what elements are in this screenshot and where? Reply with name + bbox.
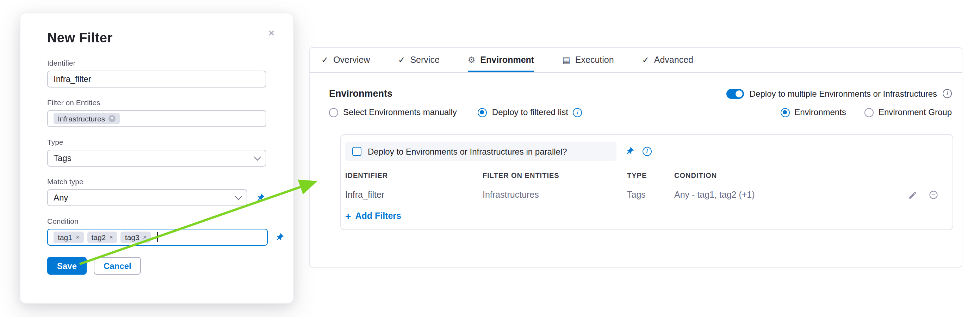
cell-identifier: Infra_filter <box>345 190 483 200</box>
add-filters-button[interactable]: + Add Filters <box>345 211 939 221</box>
save-button[interactable]: Save <box>47 257 87 275</box>
radio-label: Deploy to filtered list <box>492 107 568 117</box>
tab-overview[interactable]: ✓ Overview <box>321 48 370 72</box>
radio-icon[interactable] <box>864 108 873 117</box>
match-type-select[interactable]: Any <box>47 189 247 206</box>
identifier-input[interactable]: Infra_filter <box>47 70 266 88</box>
pin-icon[interactable] <box>275 233 284 242</box>
plus-icon: + <box>345 212 351 220</box>
filters-card: Deploy to Environments or Infrastructure… <box>340 134 953 230</box>
execution-icon: ▤ <box>562 55 570 65</box>
new-filter-modal: × New Filter Identifier Infra_filter Fil… <box>20 13 294 304</box>
toggle-knob <box>735 90 743 97</box>
filters-table: IDENTIFIER FILTER ON ENTITIES TYPE CONDI… <box>345 171 939 200</box>
radio-environment-group[interactable]: Environment Group <box>864 107 952 117</box>
check-icon: ✓ <box>642 55 649 65</box>
chevron-down-icon <box>254 154 261 161</box>
radio-label: Select Environments manually <box>343 107 457 117</box>
tab-label: Advanced <box>654 55 693 65</box>
multi-env-toggle[interactable] <box>726 89 744 98</box>
cell-type: Tags <box>627 190 674 200</box>
environment-icon: ⚙ <box>468 55 476 65</box>
column-header: IDENTIFIER <box>345 171 483 179</box>
entities-label: Filter on Entities <box>47 98 266 107</box>
info-icon[interactable]: i <box>573 108 582 117</box>
chip-label: tag1 <box>58 233 72 242</box>
pipeline-stage-panel: ✓ Overview ✓ Service ⚙ Environment ▤ Exe… <box>309 47 963 267</box>
chip-label: Infrastructures <box>58 114 105 123</box>
chip-remove-icon[interactable]: × <box>108 115 116 122</box>
entities-field-group: Filter on Entities Infrastructures × <box>47 98 266 127</box>
entities-input[interactable]: Infrastructures × <box>47 110 266 127</box>
edit-icon[interactable] <box>908 190 917 199</box>
identifier-field-group: Identifier Infra_filter <box>47 59 266 88</box>
remove-icon[interactable] <box>929 190 939 200</box>
tab-execution[interactable]: ▤ Execution <box>562 48 614 72</box>
text-cursor <box>157 232 158 242</box>
identifier-value: Infra_filter <box>54 74 91 84</box>
radio-icon[interactable] <box>478 108 487 117</box>
cell-entities: Infrastructures <box>483 190 627 200</box>
type-value: Tags <box>54 153 72 163</box>
pin-icon[interactable] <box>256 193 265 202</box>
chip-label: tag2 <box>91 233 106 242</box>
modal-button-row: Save Cancel <box>47 257 266 275</box>
modal-title: New Filter <box>47 30 266 46</box>
radio-select-manually[interactable]: Select Environments manually <box>329 107 457 117</box>
tag-chip[interactable]: tag3 × <box>121 232 151 243</box>
tab-environment[interactable]: ⚙ Environment <box>468 48 534 72</box>
tab-label: Execution <box>575 55 614 65</box>
radio-label: Environments <box>794 107 846 117</box>
tag-chip[interactable]: tag1 × <box>54 232 83 243</box>
environment-tab-content: Environments Deploy to multiple Environm… <box>310 73 962 230</box>
chip-remove-icon[interactable]: × <box>109 234 113 240</box>
match-type-label: Match type <box>47 177 266 186</box>
radio-icon[interactable] <box>329 108 338 117</box>
pin-icon[interactable] <box>625 147 634 156</box>
check-icon: ✓ <box>398 55 405 65</box>
identifier-label: Identifier <box>47 59 266 67</box>
tab-bar: ✓ Overview ✓ Service ⚙ Environment ▤ Exe… <box>310 48 962 73</box>
info-icon[interactable]: i <box>643 147 652 156</box>
tab-service[interactable]: ✓ Service <box>398 48 440 72</box>
chip-remove-icon[interactable]: × <box>76 234 80 240</box>
condition-field-group: Condition tag1 × tag2 × tag3 × <box>47 217 266 246</box>
tab-label: Environment <box>480 55 534 65</box>
tab-advanced[interactable]: ✓ Advanced <box>642 48 693 72</box>
tab-label: Overview <box>333 55 370 65</box>
radio-deploy-filtered[interactable]: Deploy to filtered list i <box>478 107 582 117</box>
type-select[interactable]: Tags <box>47 150 266 167</box>
condition-label: Condition <box>47 217 266 225</box>
radio-icon[interactable] <box>780 108 789 117</box>
column-header: CONDITION <box>674 171 883 179</box>
radio-environments[interactable]: Environments <box>780 107 846 117</box>
multi-env-toggle-group: Deploy to multiple Environments or Infra… <box>726 89 952 98</box>
info-icon[interactable]: i <box>943 89 952 98</box>
type-label: Type <box>47 138 266 146</box>
tab-label: Service <box>410 55 439 65</box>
parallel-label: Deploy to Environments or Infrastructure… <box>368 146 567 156</box>
tag-chip[interactable]: tag2 × <box>87 232 117 243</box>
chip-label: tag3 <box>125 233 140 242</box>
parallel-checkbox-bar: Deploy to Environments or Infrastructure… <box>345 142 616 161</box>
parallel-checkbox[interactable] <box>352 147 361 156</box>
environments-heading: Environments <box>329 88 393 99</box>
chip-remove-icon[interactable]: × <box>143 234 147 240</box>
check-icon: ✓ <box>321 55 328 65</box>
add-filters-label: Add Filters <box>355 211 401 221</box>
multi-env-toggle-label: Deploy to multiple Environments or Infra… <box>749 89 937 98</box>
condition-input[interactable]: tag1 × tag2 × tag3 × <box>47 229 268 246</box>
env-type-radio-group: Environments Environment Group <box>780 107 952 117</box>
type-field-group: Type Tags <box>47 138 266 167</box>
column-header: FILTER ON ENTITIES <box>483 171 627 179</box>
cell-condition: Any - tag1, tag2 (+1) <box>674 190 883 200</box>
cancel-button[interactable]: Cancel <box>94 257 141 275</box>
chevron-down-icon <box>235 193 242 200</box>
infrastructures-chip[interactable]: Infrastructures × <box>54 113 120 124</box>
close-icon[interactable]: × <box>268 27 275 39</box>
radio-label: Environment Group <box>878 107 952 117</box>
match-type-value: Any <box>54 193 68 203</box>
match-type-field-group: Match type Any <box>47 177 266 206</box>
screenshot-stage: × New Filter Identifier Infra_filter Fil… <box>0 0 980 317</box>
env-selection-radio-group: Select Environments manually Deploy to f… <box>329 107 582 117</box>
